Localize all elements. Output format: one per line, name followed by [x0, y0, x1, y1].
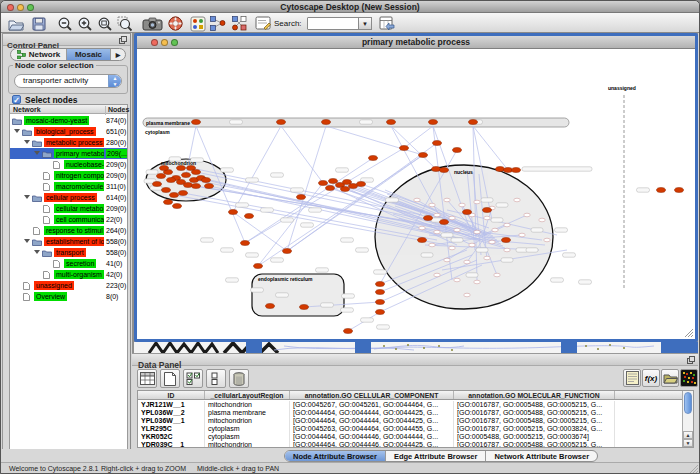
- graph-node-small[interactable]: [484, 216, 490, 220]
- graph-node[interactable]: [157, 174, 166, 179]
- graph-node[interactable]: [160, 166, 169, 171]
- graph-node[interactable]: [192, 184, 201, 189]
- graph-node[interactable]: [177, 166, 186, 171]
- network-canvas[interactable]: plasma membranecytoplasmmitochondrionnuc…: [137, 50, 695, 339]
- graph-node-small[interactable]: [429, 243, 435, 247]
- graph-node[interactable]: [429, 120, 438, 125]
- network-window-titlebar[interactable]: primary metabolic process: [137, 36, 695, 49]
- graph-node-small[interactable]: [449, 216, 455, 220]
- table-row[interactable]: YLR295Ccytoplasm[GO:0045263, GO:0044464,…: [138, 425, 682, 433]
- notes-icon[interactable]: [623, 369, 641, 387]
- table-column-header[interactable]: _cellularLayoutRegion: [205, 391, 290, 399]
- tab-overflow-arrow[interactable]: ▶: [111, 49, 125, 60]
- graph-node[interactable]: [440, 220, 449, 225]
- graph-node[interactable]: [469, 120, 478, 125]
- save-icon[interactable]: [30, 15, 48, 32]
- graph-node-small[interactable]: [434, 273, 440, 277]
- graph-node[interactable]: [357, 182, 366, 187]
- table-column-header[interactable]: annotation.GO CELLULAR_COMPONENT: [290, 391, 454, 399]
- float-panel-icon[interactable]: [119, 36, 127, 44]
- graph-node[interactable]: [512, 168, 521, 173]
- tab-node-attribute-browser[interactable]: Node Attribute Browser: [285, 451, 386, 461]
- annotation-icon[interactable]: [254, 15, 272, 32]
- graph-node-small[interactable]: [524, 213, 530, 217]
- graph-node[interactable]: [245, 214, 254, 219]
- graph-node[interactable]: [657, 188, 666, 193]
- tree-row[interactable]: secretion41(0): [10, 258, 127, 269]
- graph-node[interactable]: [326, 186, 335, 191]
- scroll-down-icon[interactable]: ▼: [683, 439, 693, 447]
- graph-node[interactable]: [277, 120, 286, 125]
- graph-node-small[interactable]: [464, 260, 470, 264]
- graph-node[interactable]: [182, 173, 191, 178]
- graph-node-small[interactable]: [449, 246, 455, 250]
- background-window-border[interactable]: [661, 342, 698, 353]
- graph-node[interactable]: [192, 120, 201, 125]
- new-attribute-icon[interactable]: [160, 369, 180, 388]
- graph-node[interactable]: [297, 195, 306, 200]
- zoom-in-icon[interactable]: [76, 15, 94, 32]
- graph-node[interactable]: [453, 148, 462, 153]
- search-input[interactable]: [307, 17, 359, 30]
- graph-node-small[interactable]: [419, 226, 425, 230]
- import-icon[interactable]: [661, 369, 679, 387]
- graph-node[interactable]: [504, 168, 513, 173]
- graph-node[interactable]: [329, 179, 338, 184]
- graph-node-small[interactable]: [469, 243, 475, 247]
- open-icon[interactable]: [7, 15, 25, 32]
- plasma-membrane-compartment[interactable]: [143, 118, 569, 127]
- graph-node-small[interactable]: [434, 213, 440, 217]
- graph-node[interactable]: [440, 168, 449, 173]
- tree-row[interactable]: macromolecule311(0): [10, 181, 127, 192]
- graph-node[interactable]: [179, 191, 188, 196]
- tree-row[interactable]: unassigned223(0): [10, 280, 127, 291]
- table-row[interactable]: YDR039C__1mitochondrion[GO:0044464, GO:0…: [138, 441, 682, 448]
- graph-node[interactable]: [376, 310, 385, 315]
- tree-header[interactable]: Network Nodes: [10, 105, 127, 114]
- graph-node-small[interactable]: [444, 258, 450, 262]
- graph-node[interactable]: [167, 178, 176, 183]
- graph-node[interactable]: [341, 187, 350, 192]
- table-column-header[interactable]: annotation.GO MOLECULAR_FUNCTION: [454, 391, 615, 399]
- graph-node-small[interactable]: [464, 293, 470, 297]
- expand-triangle-icon[interactable]: [24, 195, 30, 199]
- tree-row[interactable]: nucleobase-209(0): [10, 159, 127, 170]
- tree-row[interactable]: metabolic process280(0): [10, 137, 127, 148]
- expand-triangle-icon[interactable]: [24, 239, 30, 243]
- window-resize-grip[interactable]: [688, 465, 698, 474]
- graph-node[interactable]: [349, 184, 358, 189]
- graph-node[interactable]: [164, 200, 173, 205]
- graph-node-small[interactable]: [492, 228, 498, 232]
- graph-node[interactable]: [432, 167, 441, 172]
- graph-node[interactable]: [376, 290, 385, 295]
- resize-grip-icon[interactable]: [685, 329, 694, 338]
- matrix-icon[interactable]: [680, 369, 698, 387]
- graph-node[interactable]: [376, 300, 385, 305]
- graph-node-small[interactable]: [484, 256, 490, 260]
- tree-row[interactable]: transport558(0): [10, 247, 127, 258]
- graph-node[interactable]: [241, 241, 250, 246]
- graph-node[interactable]: [153, 182, 162, 187]
- expand-triangle-icon[interactable]: [34, 250, 40, 254]
- scrollbar-thumb[interactable]: [684, 392, 692, 414]
- graph-node[interactable]: [205, 184, 214, 189]
- graph-node[interactable]: [319, 181, 328, 186]
- graph-node-small[interactable]: [429, 203, 435, 207]
- graph-node[interactable]: [502, 238, 511, 243]
- tree-row[interactable]: multi-organism pro42(0): [10, 269, 127, 280]
- graph-edge[interactable]: [326, 126, 423, 155]
- graph-node-small[interactable]: [454, 278, 460, 282]
- table-row[interactable]: YPL036W__2plasma membrane[GO:0044464, GO…: [138, 409, 682, 417]
- tree-row[interactable]: primary metabo209(...: [10, 148, 127, 159]
- background-window-border[interactable]: [355, 342, 371, 353]
- tree-row[interactable]: cellular metabo209(0): [10, 203, 127, 214]
- delete-attribute-icon[interactable]: [229, 369, 249, 388]
- graph-node[interactable]: [483, 208, 492, 213]
- layout-icon-2[interactable]: [230, 15, 248, 32]
- background-window-border[interactable]: [561, 342, 577, 353]
- graph-node[interactable]: [170, 193, 179, 198]
- graph-node-small[interactable]: [489, 240, 495, 244]
- tree-row[interactable]: response to stimul264(0): [10, 225, 127, 236]
- table-scrollbar[interactable]: ▲ ▼: [682, 391, 693, 447]
- attribute-browser-icon[interactable]: [378, 15, 396, 32]
